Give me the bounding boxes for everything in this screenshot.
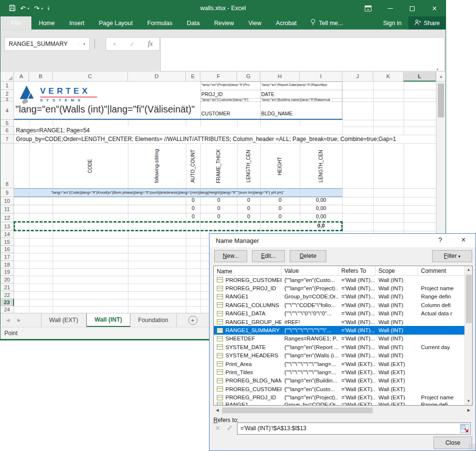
cell-F3[interactable]: "lang="en"(Customer)|lang="fi"( (201, 98, 259, 101)
tab-insert[interactable]: Insert (62, 16, 92, 29)
share-button[interactable]: Share (408, 16, 446, 29)
tab-home[interactable]: Home (31, 16, 62, 29)
cancel-formula-icon[interactable]: × (113, 41, 117, 48)
row9-header-band[interactable]: "lang="en"(Code)|lang="fi"(Koodi)n"(Bom … (14, 188, 342, 197)
tab-acrobat[interactable]: Acrobat (268, 16, 304, 29)
row-header[interactable]: 5 (0, 120, 14, 127)
sheet-tab-wall-ext[interactable]: Wall (EXT) (41, 313, 86, 327)
cell-H1[interactable]: "lang="en"(Report Date)|lang="fi"(Raport… (261, 83, 341, 86)
column-header-active[interactable]: L (404, 72, 436, 82)
row-header[interactable]: 13 (0, 222, 14, 231)
cell-A4-title[interactable]: "lang="en"(Walls (int)"|lang="fi"(Välise… (15, 104, 195, 115)
list-scroll-up-icon[interactable]: ▲ (465, 266, 472, 274)
cell-E11[interactable]: 0 (186, 205, 200, 211)
rotated-header-following-sibling[interactable]: following-sibling (154, 145, 160, 187)
name-row[interactable]: PROREG_CUSTOMER{""lang="en"(Custo...='Wa… (214, 276, 472, 284)
name-row[interactable]: RANGE1Group_by=CODE;Or...='Wall (INT)...… (214, 293, 472, 301)
column-header[interactable]: A (14, 72, 29, 82)
rotated-header-auto-count[interactable]: AUTO_COUNT (190, 145, 196, 187)
name-row[interactable]: SYSTEM_HEADERS{""lang="en"(Walls (i...='… (214, 352, 472, 360)
column-header[interactable]: E (186, 72, 200, 82)
dialog-title-bar[interactable]: Name Manager ? × (210, 234, 476, 247)
column-header[interactable]: G (237, 72, 260, 82)
col-refers-to[interactable]: Refers To (338, 266, 376, 275)
tab-file[interactable]: File (0, 16, 31, 29)
col-name[interactable]: Name (214, 266, 281, 275)
list-scrollbar-thumb[interactable] (466, 275, 472, 323)
list-scroll-left-icon[interactable]: ◀ (213, 407, 221, 414)
close-button-dialog[interactable]: Close (434, 437, 472, 449)
cell-G11[interactable]: 0 (237, 205, 260, 211)
name-row[interactable]: RANGE1_DATA{""\""\""\"0"\"0"\"0"...='Wal… (214, 310, 472, 318)
sheet-tab-foundation[interactable]: Foundation (130, 313, 177, 327)
row-header[interactable]: 15 (0, 238, 14, 246)
cell-E12[interactable]: 0 (186, 213, 200, 219)
cell-F2[interactable]: PROJ_ID (201, 91, 223, 97)
tab-page-layout[interactable]: Page Layout (92, 16, 140, 29)
col-value[interactable]: Value (281, 266, 338, 275)
new-sheet-button[interactable]: + (188, 316, 197, 325)
next-sheet-icon[interactable]: ▶ (17, 318, 21, 323)
row-header[interactable]: 1 (0, 82, 14, 90)
dialog-help-icon[interactable]: ? (435, 236, 446, 244)
cell-H11[interactable]: 0 (260, 205, 300, 211)
column-header[interactable]: B (29, 72, 53, 82)
column-header[interactable]: H (260, 72, 300, 82)
name-row-partial[interactable]: RANGE1Group_by=CODE;Or...='Wall (EXT)...… (214, 402, 472, 406)
name-row[interactable]: SHEETDEFRanges=RANGE1; P...='Wall (INT).… (214, 335, 472, 343)
filter-button[interactable]: Filter ▾ (432, 250, 472, 262)
range-picker-icon[interactable] (460, 424, 469, 433)
row-header[interactable]: 18 (0, 261, 14, 268)
data-row-11[interactable]: 00000,00 (0, 205, 342, 213)
name-row[interactable]: RANGE1_GROUP_HEA...#REF!='Wall (INT)...W… (214, 318, 472, 326)
tab-formulas[interactable]: Formulas (140, 16, 180, 29)
cell-I12[interactable]: 0,00 (300, 213, 342, 219)
formula-input[interactable] (160, 37, 445, 71)
delete-button[interactable]: Delete (290, 250, 326, 262)
row-header[interactable]: 22 (0, 291, 14, 299)
row-header[interactable]: 19 (0, 268, 14, 276)
cell-E10[interactable]: 0 (186, 197, 200, 203)
column-header[interactable]: F (200, 72, 237, 82)
col-scope[interactable]: Scope (376, 266, 418, 275)
resize-grip[interactable] (469, 444, 475, 450)
name-box-dropdown-icon[interactable]: ▾ (79, 42, 89, 46)
row-header[interactable]: 6 (0, 127, 14, 135)
refers-cancel-icon[interactable]: × (211, 423, 224, 435)
dialog-close-icon[interactable]: × (457, 236, 470, 244)
name-row[interactable]: RANGE1_COLUMNS{""\""\"CODE"\"follo...='W… (214, 301, 472, 309)
list-horizontal-scrollbar[interactable]: ◀ ▶ (213, 407, 473, 414)
list-vertical-scrollbar[interactable]: ▲ ▼ (464, 266, 472, 405)
cell-H10[interactable]: 0 (260, 197, 300, 203)
row-header[interactable]: 9 (0, 188, 14, 197)
hscrollbar-thumb[interactable] (222, 408, 373, 413)
name-row[interactable]: SYSTEM_DATE{""lang="en"(Report ...='Wall… (214, 343, 472, 351)
cell-A7[interactable]: Group_by=CODE;Order=LENGTH_CENTER; Eleme… (16, 136, 416, 142)
row-header[interactable]: 17 (0, 253, 14, 261)
row-header[interactable]: 7 (0, 135, 14, 143)
sheet-tab-wall-int[interactable]: Wall (INT) (86, 313, 130, 327)
scroll-up-icon[interactable]: ▲ (436, 72, 446, 82)
cell-A6[interactable]: Ranges=RANGE1; Page=54 (16, 127, 342, 134)
cell-H12[interactable]: 0 (260, 213, 300, 219)
scrollbar-thumb[interactable] (438, 84, 444, 117)
row-header[interactable]: 24 (0, 306, 14, 313)
column-header[interactable]: C (53, 72, 128, 82)
name-box[interactable]: RANGE1_SUMMARY ▾ (4, 37, 90, 51)
cell-F4[interactable]: CUSTOMER (201, 111, 230, 116)
list-scroll-down-icon[interactable]: ▼ (465, 397, 472, 405)
row-header[interactable]: 20 (0, 276, 14, 283)
cell-F12[interactable]: 0 (200, 213, 237, 219)
insert-function-icon[interactable]: fx (148, 40, 153, 48)
enter-formula-icon[interactable]: ✓ (129, 41, 135, 48)
minimize-button[interactable] (379, 0, 401, 16)
edit-button[interactable]: Edit... (252, 250, 285, 262)
cell-G10[interactable]: 0 (237, 197, 260, 203)
refers-enter-icon[interactable]: ✓ (224, 423, 236, 435)
name-row[interactable]: PROREG_PROJ_ID{""lang="en"(Project)...='… (214, 393, 472, 401)
prev-sheet-icon[interactable]: ◀ (6, 318, 10, 323)
row-header[interactable]: 21 (0, 283, 14, 291)
maximize-button[interactable] (401, 0, 423, 16)
cell-F10[interactable]: 0 (200, 197, 237, 203)
sign-in-button[interactable]: Sign in (376, 20, 408, 27)
